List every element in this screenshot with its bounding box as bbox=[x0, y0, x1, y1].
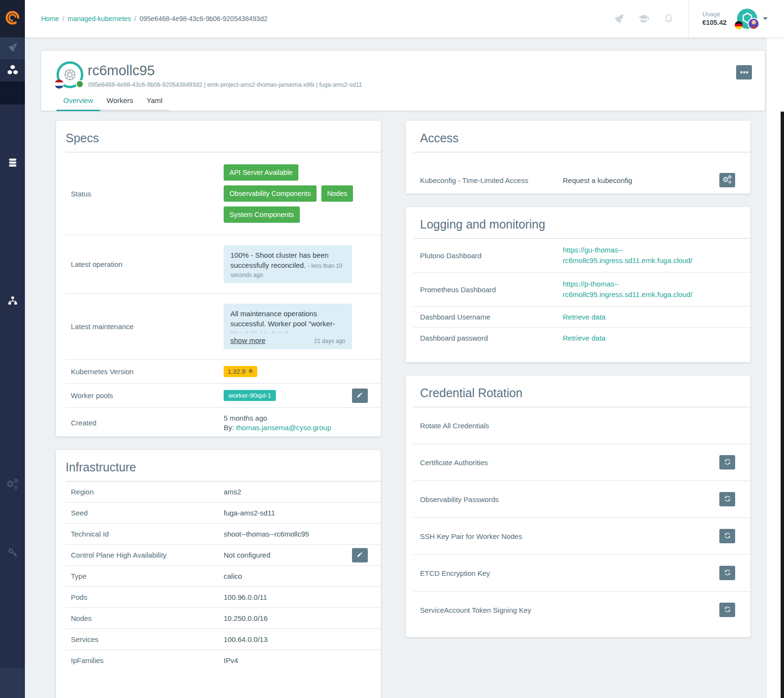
rocket-icon[interactable] bbox=[613, 12, 625, 25]
breadcrumb-home-link[interactable]: Home bbox=[41, 15, 59, 23]
cluster-subtitle: 095e6468-4e98-43c6-9b06-9205438493d2 | e… bbox=[88, 81, 362, 88]
kubernetes-logo bbox=[57, 61, 83, 88]
rotate-observability-passwords-button[interactable] bbox=[719, 492, 735, 506]
latest-maintenance-row: Latest maintenance All maintenance opera… bbox=[66, 293, 381, 359]
cluster-header-card: rc6mollc95 095e6468-4e98-43c6-9b06-92054… bbox=[41, 51, 765, 111]
control-plane-ha-row: Control Plane High Availability Not conf… bbox=[66, 544, 381, 565]
dashboard-password-label: Dashboard password bbox=[413, 334, 563, 342]
type-label: Type bbox=[66, 572, 224, 580]
kubernetes-version-label: Kubernetes Version bbox=[66, 367, 224, 376]
logging-monitoring-title: Logging and monitoring bbox=[406, 207, 750, 238]
etcd-encryption-key-label: ETCD Encryption Key bbox=[413, 569, 563, 577]
technical-id-row: Technical Id shoot--thomas--rc6mollc95 bbox=[66, 523, 381, 544]
seed-label: Seed bbox=[66, 509, 224, 517]
refresh-icon bbox=[724, 458, 731, 467]
breadcrumb-managed-kubernetes-link[interactable]: managed-kubernetes bbox=[68, 15, 131, 23]
sidebar-item-settings[interactable]: ⚙ ⚙ ⚙ bbox=[0, 473, 25, 495]
retrieve-username-link[interactable]: Retrieve data bbox=[563, 313, 605, 321]
prometheus-dashboard-label: Prometheus Dashboard bbox=[413, 286, 563, 294]
refresh-icon bbox=[724, 569, 731, 578]
credential-rotation-card: Credential Rotation Rotate All Credentia… bbox=[406, 376, 750, 637]
german-flag-icon bbox=[735, 21, 743, 29]
edit-worker-pools-button[interactable] bbox=[352, 389, 368, 403]
breadcrumb: Home / managed-kubernetes / 095e6468-4e9… bbox=[41, 0, 267, 37]
rotate-ssh-key-pair-button[interactable] bbox=[719, 529, 735, 543]
sidebar-item-instances[interactable] bbox=[0, 37, 25, 59]
infrastructure-title: Infrastructure bbox=[56, 450, 381, 481]
rotate-certificate-authorities-button[interactable] bbox=[719, 455, 735, 469]
sidebar-item-kubernetes[interactable] bbox=[0, 59, 25, 81]
observability-passwords-row: Observability Passwords bbox=[413, 481, 750, 517]
latest-operation-label: Latest operation bbox=[66, 260, 224, 268]
topbar-divider bbox=[688, 0, 689, 37]
sidebar-item-keys[interactable] bbox=[0, 542, 25, 564]
status-label: Status bbox=[66, 190, 224, 198]
chevron-double-up-icon bbox=[248, 368, 253, 375]
bell-icon[interactable] bbox=[662, 12, 675, 25]
certificate-authorities-label: Certificate Authorities bbox=[413, 458, 563, 467]
rotate-all-credentials-row: Rotate All Credentials bbox=[413, 407, 750, 444]
topbar: Home / managed-kubernetes / 095e6468-4e9… bbox=[25, 0, 784, 37]
refresh-icon bbox=[724, 495, 731, 504]
ip-families-label: IpFamilies bbox=[66, 656, 224, 664]
retrieve-password-link[interactable]: Retrieve data bbox=[563, 334, 605, 342]
more-actions-button[interactable] bbox=[736, 65, 752, 80]
status-badges: API Server Available Observability Compo… bbox=[224, 159, 367, 229]
sidebar: ⚙ ⚙ ⚙ bbox=[0, 0, 25, 698]
kubernetes-version-value: 1.32.9 bbox=[227, 368, 246, 375]
latest-maintenance-time: 21 days ago bbox=[314, 338, 345, 344]
seed-row: Seed fuga-ams2-sd11 bbox=[66, 502, 381, 523]
rotate-serviceaccount-token-button[interactable] bbox=[719, 603, 735, 617]
avatar[interactable] bbox=[737, 9, 757, 29]
rocket-icon bbox=[7, 42, 18, 55]
graduation-cap-icon[interactable] bbox=[637, 12, 650, 25]
technical-id-label: Technical Id bbox=[66, 530, 224, 538]
region-row: Region ams2 bbox=[66, 481, 381, 502]
status-badge: Nodes bbox=[321, 185, 353, 202]
tab-yaml[interactable]: Yaml bbox=[140, 92, 169, 111]
created-value: 5 months ago bbox=[224, 414, 381, 422]
serviceaccount-token-label: ServiceAccount Token Signing Key bbox=[413, 606, 563, 614]
kubeconfig-label: Kubeconfig - Time-Limited Access bbox=[413, 176, 563, 184]
show-more-link[interactable]: show more bbox=[230, 336, 265, 344]
plutono-dashboard-link[interactable]: https://gu-thomas--rc6mollc95.ingress.sd… bbox=[563, 245, 711, 266]
edit-control-plane-ha-button[interactable] bbox=[352, 548, 368, 562]
kubernetes-version-row: Kubernetes Version 1.32.9 bbox=[66, 359, 381, 383]
control-plane-ha-label: Control Plane High Availability bbox=[66, 551, 224, 559]
ssh-key-pair-row: SSH Key Pair for Worker Nodes bbox=[413, 517, 750, 554]
latest-maintenance-box: All maintenance operations successful. W… bbox=[224, 304, 352, 349]
worker-pool-chip: worker-90qxl-1 bbox=[224, 390, 276, 401]
chevron-down-icon[interactable] bbox=[763, 17, 768, 20]
latest-maintenance-label: Latest maintenance bbox=[66, 322, 224, 331]
nodes-value: 10.250.0.0/16 bbox=[224, 614, 381, 622]
status-row: Status API Server Available Observabilit… bbox=[66, 152, 381, 235]
kubeconfig-row: Kubeconfig - Time-Limited Access Request… bbox=[413, 152, 750, 194]
kubernetes-version-badge: 1.32.9 bbox=[224, 366, 257, 377]
gears-icon: ⚙ ⚙ ⚙ bbox=[6, 479, 19, 490]
database-icon bbox=[7, 157, 18, 170]
sidebar-item-network[interactable] bbox=[0, 290, 25, 312]
sidebar-item-database[interactable] bbox=[0, 152, 25, 174]
scrollbar-thumb[interactable] bbox=[781, 112, 784, 698]
prometheus-dashboard-link[interactable]: https://p-thomas--rc6mollc95.ingress.sd1… bbox=[563, 279, 711, 300]
created-by-link[interactable]: thomas.jansema@cyso.group bbox=[236, 423, 331, 432]
created-label: Created bbox=[66, 419, 224, 427]
etcd-encryption-key-row: ETCD Encryption Key bbox=[413, 554, 750, 591]
status-badge: Observability Components bbox=[224, 185, 317, 202]
usage-block[interactable]: Usage €105.42 bbox=[702, 10, 727, 27]
pods-row: Pods 100.96.0.0/11 bbox=[66, 586, 381, 607]
technical-id-value: shoot--thomas--rc6mollc95 bbox=[224, 530, 381, 538]
tab-workers[interactable]: Workers bbox=[100, 92, 140, 111]
tab-overview[interactable]: Overview bbox=[57, 92, 100, 111]
credential-rotation-title: Credential Rotation bbox=[406, 376, 750, 407]
sitemap-icon bbox=[7, 295, 18, 308]
latest-operation-row: Latest operation 100% - Shoot cluster ha… bbox=[66, 235, 381, 293]
region-label: Region bbox=[66, 488, 224, 496]
request-kubeconfig-button[interactable]: ⚙ ⚙ ⚙ bbox=[719, 173, 735, 187]
app-logo[interactable] bbox=[0, 0, 25, 37]
certificate-authorities-row: Certificate Authorities bbox=[413, 444, 750, 481]
rotate-etcd-encryption-key-button[interactable] bbox=[719, 566, 735, 580]
key-icon bbox=[7, 547, 18, 560]
access-card: Access Kubeconfig - Time-Limited Access … bbox=[406, 121, 750, 194]
created-row: Created 5 months ago By: thomas.jansema@… bbox=[66, 407, 381, 436]
